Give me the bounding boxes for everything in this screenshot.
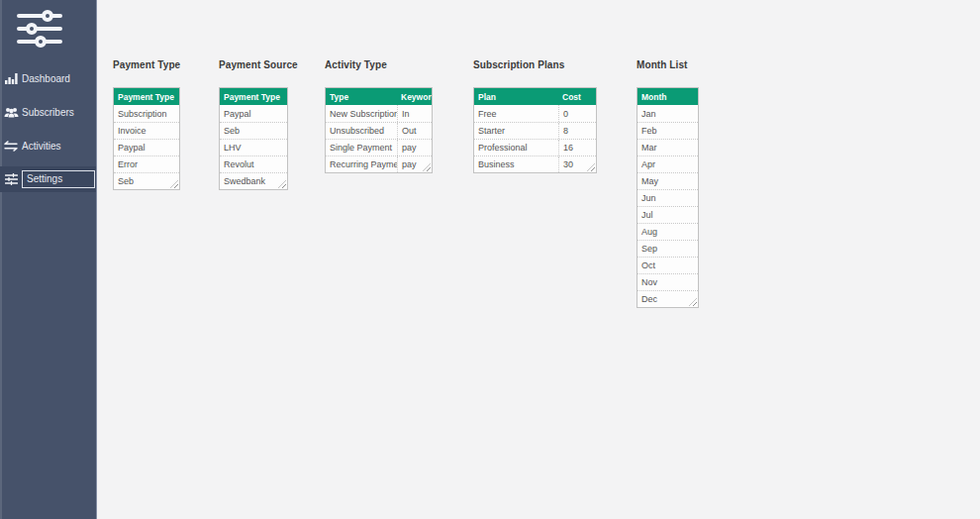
table-row: Swedbank — [220, 172, 287, 189]
table-cell: Business — [474, 156, 558, 172]
sidebar-item-subscribers[interactable]: Subscribers — [0, 95, 96, 129]
table-row: Recurring Paymentpay — [326, 156, 432, 172]
sidebar: Dashboard Subscribers — [0, 0, 97, 519]
table-header-cell: Cost — [558, 88, 596, 105]
section-activity-type: Activity Type TypeKeywordNew Subscriptio… — [325, 59, 433, 173]
table-row: Subscription — [114, 105, 179, 122]
section-title: Payment Type — [113, 59, 180, 71]
table-cell: 16 — [558, 140, 596, 156]
table-row: Jan — [637, 105, 698, 122]
table-header-cell: Payment Type — [220, 88, 287, 105]
table-cell: Out — [397, 123, 432, 139]
table-row: Seb — [114, 172, 179, 189]
sidebar-item-dashboard[interactable]: Dashboard — [0, 61, 96, 95]
sliders-icon — [3, 173, 19, 185]
table-header-cell: Payment Type — [114, 88, 179, 105]
table-cell: Recurring Payment — [326, 156, 397, 172]
payment-type-table: Payment TypeSubscriptionInvoicePaypalErr… — [113, 87, 180, 190]
table-cell: Invoice — [114, 123, 179, 139]
table-cell: pay — [397, 140, 432, 156]
table-header-cell: Keyword — [397, 88, 432, 105]
table-cell: Professional — [474, 140, 558, 156]
table-row: Invoice — [114, 122, 179, 139]
sidebar-item-label: Subscribers — [22, 107, 74, 118]
table-header-cell: Month — [637, 88, 698, 105]
table-cell: Subscription — [114, 105, 179, 122]
table-row: Dec — [637, 290, 698, 307]
table-cell: Error — [114, 156, 179, 172]
users-icon — [3, 107, 19, 118]
table-row: Feb — [637, 122, 698, 139]
table-row: Professional16 — [474, 139, 596, 156]
table-cell: Unsubscribed — [326, 123, 397, 139]
section-payment-type: Payment Type Payment TypeSubscriptionInv… — [113, 59, 180, 190]
table-cell: Paypal — [114, 140, 179, 156]
table-cell: Jan — [637, 105, 698, 122]
table-header-cell: Type — [326, 88, 397, 105]
sidebar-item-activities[interactable]: Activities — [0, 129, 96, 162]
sidebar-menu: Dashboard Subscribers — [0, 61, 96, 196]
table-header-row: Payment Type — [220, 88, 287, 105]
table-row: Jul — [637, 206, 698, 223]
sidebar-item-label: Settings — [22, 170, 95, 188]
sidebar-item-label: Dashboard — [22, 73, 70, 84]
table-row: Paypal — [114, 139, 179, 156]
transfer-arrows-icon — [3, 141, 19, 152]
table-cell: Oct — [637, 258, 698, 273]
table-row: Oct — [637, 257, 698, 273]
table-cell: Jun — [637, 190, 698, 206]
table-cell: Jul — [637, 207, 698, 223]
table-row: Starter8 — [474, 122, 596, 139]
table-cell: Dec — [637, 291, 698, 307]
subscription-plans-table: PlanCostFree0Starter8Professional16Busin… — [473, 87, 597, 173]
table-cell: Sep — [637, 241, 698, 257]
section-title: Subscription Plans — [473, 59, 597, 71]
table-header-row: Month — [637, 88, 698, 105]
payment-source-table: Payment TypePaypalSebLHVRevolutSwedbank — [219, 87, 288, 190]
table-row: Free0 — [474, 105, 596, 122]
table-cell: Paypal — [220, 105, 287, 122]
table-row: May — [637, 172, 698, 189]
table-row: Jun — [637, 189, 698, 206]
table-cell: Single Payment — [326, 140, 397, 156]
app-window: Dashboard Subscribers — [0, 0, 980, 519]
table-row: Mar — [637, 139, 698, 156]
section-title: Month List — [637, 59, 699, 71]
section-title: Payment Source — [219, 59, 288, 71]
section-title: Activity Type — [325, 59, 433, 71]
section-month-list: Month List MonthJanFebMarAprMayJunJulAug… — [637, 59, 699, 308]
table-row: Error — [114, 156, 179, 172]
table-cell: LHV — [220, 140, 287, 156]
activity-type-table: TypeKeywordNew SubscriptionInUnsubscribe… — [325, 87, 433, 173]
table-cell: Swedbank — [220, 173, 287, 189]
table-cell: 8 — [558, 123, 596, 139]
table-row: Sep — [637, 240, 698, 257]
table-cell: Seb — [114, 173, 179, 189]
table-header-row: TypeKeyword — [326, 88, 432, 105]
month-list-table: MonthJanFebMarAprMayJunJulAugSepOctNovDe… — [637, 87, 699, 308]
table-row: Paypal — [220, 105, 287, 122]
table-cell: Apr — [637, 156, 698, 172]
sidebar-item-label: Activities — [22, 141, 60, 152]
table-header-row: Payment Type — [114, 88, 179, 105]
table-row: Revolut — [220, 156, 287, 172]
section-payment-source: Payment Source Payment TypePaypalSebLHVR… — [219, 59, 288, 190]
table-row: Seb — [220, 122, 287, 139]
table-row: Single Paymentpay — [326, 139, 432, 156]
table-cell: Aug — [637, 224, 698, 240]
table-cell: New Subscription — [326, 105, 397, 122]
table-row: Apr — [637, 156, 698, 172]
table-row: Aug — [637, 223, 698, 240]
table-cell: Mar — [637, 140, 698, 156]
table-row: New SubscriptionIn — [326, 105, 432, 122]
table-cell: Nov — [637, 274, 698, 290]
table-cell: Feb — [637, 123, 698, 139]
sliders-logo-icon — [17, 10, 62, 48]
table-cell: Seb — [220, 123, 287, 139]
table-cell: May — [637, 173, 698, 189]
sidebar-item-settings[interactable]: Settings — [0, 166, 96, 192]
table-cell: In — [397, 105, 432, 122]
table-row: UnsubscribedOut — [326, 122, 432, 139]
section-subscription-plans: Subscription Plans PlanCostFree0Starter8… — [473, 59, 597, 173]
table-header-cell: Plan — [474, 88, 558, 105]
